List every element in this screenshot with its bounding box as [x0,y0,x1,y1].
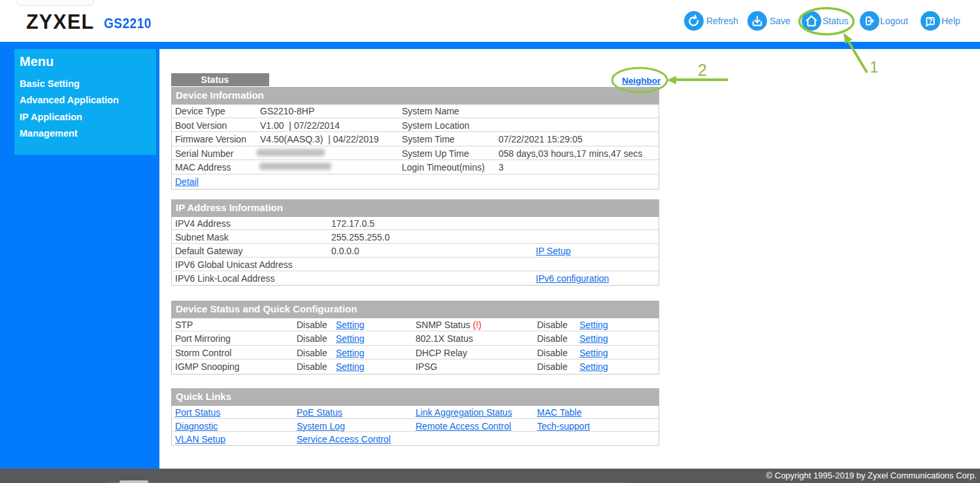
svg-text:1: 1 [870,59,879,76]
svg-text:?: ? [928,17,932,25]
